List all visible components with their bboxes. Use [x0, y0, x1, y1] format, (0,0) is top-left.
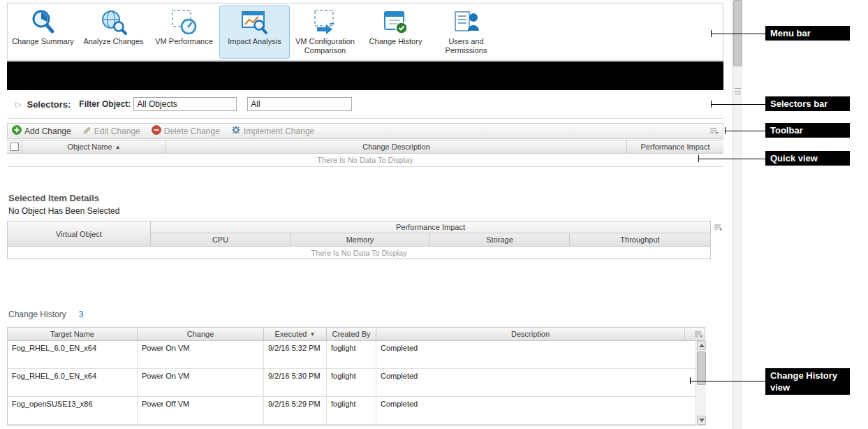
- menu-item-impact-analysis[interactable]: Impact Analysis: [219, 6, 290, 59]
- vm-performance-icon: [168, 8, 200, 37]
- delete-change-button[interactable]: Delete Change: [152, 125, 220, 137]
- quick-view-header: Object Name ▲ Change Description Perform…: [7, 140, 723, 154]
- change-history-title: Change History3: [8, 310, 83, 319]
- menu-item-label: Users and Permissions: [432, 37, 501, 55]
- details-table-header: Virtual Object Performance Impact CPU Me…: [8, 221, 710, 246]
- details-customizer-icon[interactable]: [713, 223, 723, 232]
- column-header-performance-impact[interactable]: Performance Impact: [627, 140, 723, 153]
- selected-item-details-title: Selected Item Details: [8, 193, 99, 203]
- menu-item-users-and-permissions[interactable]: Users and Permissions: [431, 6, 501, 59]
- change-history-customizer-icon[interactable]: [693, 330, 703, 339]
- callout-line: [711, 104, 765, 105]
- menu-item-label: VM Performance: [155, 37, 213, 46]
- change-history-table: Target Name Change Executed ▼ Created By…: [7, 327, 705, 426]
- menu-item-label: Change History: [369, 37, 422, 46]
- menu-item-change-history[interactable]: Change History: [360, 6, 431, 59]
- gear-icon: [231, 125, 241, 137]
- annotation-change-history-view: Change History view: [765, 368, 850, 395]
- details-empty-text: There Is No Data To Display: [8, 246, 710, 259]
- delete-icon: [152, 125, 161, 137]
- black-panel: [7, 61, 723, 90]
- filter-object-input[interactable]: [133, 97, 237, 111]
- analyze-changes-icon: [98, 8, 130, 37]
- column-header-target-name[interactable]: Target Name: [8, 328, 138, 340]
- column-header-throughput[interactable]: Throughput: [570, 233, 710, 246]
- selected-item-details-table: Virtual Object Performance Impact CPU Me…: [7, 221, 711, 259]
- column-header-change[interactable]: Change: [138, 328, 264, 340]
- expander-icon[interactable]: ▷: [15, 100, 21, 109]
- pencil-icon: [82, 126, 91, 137]
- menu-item-label: Impact Analysis: [228, 37, 281, 46]
- menu-item-label: VM Configuration Comparison: [290, 37, 360, 55]
- add-change-button[interactable]: Add Change: [12, 125, 71, 137]
- table-row[interactable]: Fog_openSUSE13_x86 Power Off VM 9/2/16 5…: [8, 397, 705, 425]
- callout-line: [698, 159, 765, 159]
- change-history-customizer-cell: [685, 328, 705, 340]
- column-header-cpu[interactable]: CPU: [151, 233, 290, 246]
- menu-bar: Change Summary Analyze Changes: [7, 3, 723, 61]
- page-scrollbar[interactable]: [732, 0, 742, 429]
- change-history-header: Target Name Change Executed ▼ Created By…: [8, 328, 705, 341]
- select-all-checkbox[interactable]: [10, 143, 19, 151]
- menu-item-label: Analyze Changes: [83, 37, 143, 46]
- callout-line: [711, 34, 765, 34]
- menu-item-label: Change Summary: [12, 37, 74, 46]
- sort-asc-icon: ▲: [115, 144, 121, 150]
- annotation-quick-view: Quick view: [765, 151, 850, 166]
- impact-analysis-page: Change Summary Analyze Changes: [0, 0, 868, 429]
- filter-type-input[interactable]: [247, 97, 352, 111]
- quick-view-empty-text: There Is No Data To Display: [7, 154, 723, 167]
- scroll-down-button[interactable]: [697, 416, 706, 425]
- menu-item-vm-configuration-comparison[interactable]: VM Configuration Comparison: [290, 6, 360, 59]
- change-history-count: 3: [79, 310, 84, 319]
- table-row[interactable]: Fog_RHEL_6.0_EN_x64 Power On VM 9/2/16 5…: [8, 341, 705, 369]
- column-header-virtual-object[interactable]: Virtual Object: [8, 221, 151, 246]
- change-history-icon: [380, 8, 412, 37]
- select-all-cell: [7, 140, 22, 153]
- splitter-grip-icon[interactable]: [735, 88, 741, 94]
- column-header-executed[interactable]: Executed ▼: [264, 328, 327, 340]
- annotation-menu-bar: Menu bar: [765, 26, 850, 41]
- column-header-storage[interactable]: Storage: [430, 233, 570, 246]
- vm-configuration-comparison-icon: [309, 8, 341, 37]
- filter-object-label: Filter Object:: [79, 99, 131, 109]
- menu-item-vm-performance[interactable]: VM Performance: [149, 6, 219, 59]
- menu-item-change-summary[interactable]: Change Summary: [8, 6, 78, 59]
- annotation-selectors-bar: Selectors bar: [765, 96, 850, 111]
- scrollbar-thumb[interactable]: [697, 351, 706, 385]
- add-icon: [12, 125, 22, 137]
- callout-line: [725, 131, 765, 131]
- table-customizer-icon[interactable]: [709, 126, 719, 136]
- scroll-up-button[interactable]: [697, 341, 706, 350]
- table-row[interactable]: Fog_RHEL_6.0_EN_x64 Power On VM 9/2/16 5…: [8, 369, 705, 397]
- column-header-created-by[interactable]: Created By: [327, 328, 376, 340]
- annotation-toolbar: Toolbar: [765, 123, 850, 138]
- change-summary-icon: [27, 8, 59, 37]
- callout-line: [690, 381, 765, 381]
- no-object-selected-text: No Object Has Been Selected: [8, 206, 119, 216]
- implement-change-button[interactable]: Implement Change: [231, 125, 314, 137]
- sort-desc-icon: ▼: [309, 331, 315, 337]
- column-header-object-name[interactable]: Object Name ▲: [22, 140, 166, 153]
- triangle-down-icon: [699, 419, 705, 422]
- triangle-up-icon: [699, 344, 705, 347]
- column-header-description[interactable]: Description: [376, 328, 685, 340]
- quick-view-table: Object Name ▲ Change Description Perform…: [7, 140, 723, 167]
- column-header-memory[interactable]: Memory: [290, 233, 430, 246]
- column-header-change-description[interactable]: Change Description: [166, 140, 627, 153]
- users-permissions-icon: [450, 8, 483, 37]
- column-group-performance-impact: Performance Impact: [151, 221, 710, 233]
- impact-analysis-icon: [239, 8, 271, 37]
- toolbar: Add Change Edit Change Delete Change Imp…: [7, 123, 723, 139]
- menu-item-analyze-changes[interactable]: Analyze Changes: [78, 6, 149, 59]
- selectors-bar: ▷ Selectors: Filter Object:: [7, 90, 723, 119]
- change-history-scrollbar[interactable]: [696, 341, 706, 425]
- edit-change-button[interactable]: Edit Change: [82, 126, 140, 137]
- selectors-title: Selectors:: [27, 99, 71, 110]
